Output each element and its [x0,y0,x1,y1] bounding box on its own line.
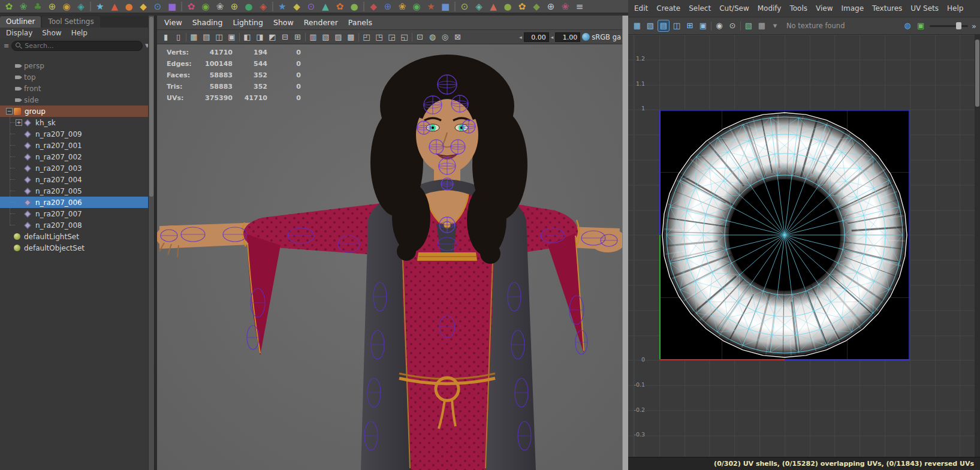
exposure-field[interactable]: 0.00 [524,32,549,42]
shelf-icon[interactable] [454,2,456,11]
slider-thumb[interactable] [956,22,961,29]
outliner-menu-item[interactable]: Show [42,29,61,37]
uv-menu-item[interactable]: Textures [872,4,902,13]
expand-toggle[interactable] [6,94,14,106]
shelf-icon[interactable]: ● [242,0,256,13]
expand-toggle[interactable] [16,208,23,219]
outliner-item[interactable]: persp [0,60,148,71]
shelf-icon[interactable]: ✿ [2,0,16,13]
outliner-item[interactable]: n_ra207_003 [0,162,148,174]
outliner-tab[interactable]: Tool Settings [42,16,99,28]
panel-toolbar-icon[interactable]: ◎ [440,32,450,41]
shelf-icon[interactable]: ● [500,0,515,13]
uv-toolbar-icon[interactable]: ◍ [902,20,913,31]
uv-menu-item[interactable]: Select [689,4,711,13]
outliner-scrollbar-thumb[interactable] [149,17,153,197]
outliner-item[interactable]: n_ra207_009 [0,128,148,140]
outliner-item[interactable]: group [0,106,148,117]
panel-toolbar-icon[interactable]: ▥ [308,32,318,41]
panel-toolbar-icon[interactable] [412,33,412,41]
expand-toggle[interactable] [16,162,23,174]
uv-menu-item[interactable]: Image [842,4,864,13]
uv-toolbar-icon[interactable]: ◫ [671,20,682,31]
shelf-icon[interactable]: ◆ [529,0,544,13]
panel-toolbar-icon[interactable] [305,33,306,41]
shelf-icon[interactable]: ≡ [572,0,587,13]
panel-toolbar-icon[interactable]: ▨ [333,32,343,41]
shelf-icon[interactable]: ◈ [74,0,88,13]
gamma-stepper-icon[interactable]: ◂ [551,34,554,40]
outliner-menu-item[interactable]: Display [6,29,32,37]
outliner-scrollbar[interactable] [148,16,154,470]
character-model[interactable] [157,45,622,470]
panel-toolbar-icon[interactable]: ◳ [374,32,384,41]
texture-dim-slider[interactable] [930,22,968,30]
shelf-icon[interactable]: ⊕ [45,0,59,13]
panel-toolbar-icon[interactable]: ◩ [267,32,278,41]
uv-scrollbar[interactable] [975,35,980,457]
shelf-icon[interactable]: ❀ [16,0,31,13]
shelf-icon[interactable]: ✿ [333,0,347,13]
viewport-canvas[interactable]: Verts: 41710 194 0 Edges: 100148 544 0 F… [157,45,622,470]
toolbar-overflow-chevrons-icon[interactable]: » [972,22,976,31]
panel-toolbar-icon[interactable]: ▩ [346,32,356,41]
outliner-item[interactable]: n_ra207_001 [0,140,148,151]
expand-toggle[interactable] [16,185,23,197]
uv-menu-item[interactable]: Cut/Sew [719,4,749,13]
panel-toolbar-icon[interactable] [186,33,186,41]
uv-toolbar-icon[interactable]: ▧ [645,20,656,31]
shelf-icon[interactable]: ❀ [558,0,572,13]
color-management-icon[interactable] [582,33,590,41]
uv-editor-canvas[interactable]: 1.2 1.1 1 0 -0.1 -0.2 -0.3 [628,35,980,457]
panel-toolbar-icon[interactable]: ⊡ [415,32,425,41]
expand-toggle[interactable] [6,71,14,83]
outliner-item[interactable]: front [0,83,148,94]
uv-toolbar-icon[interactable]: ▧ [743,20,754,31]
uv-menu-item[interactable]: Modify [758,4,782,13]
outliner-item[interactable]: n_ra207_002 [0,151,148,162]
perspective-viewport[interactable]: ViewShadingLightingShowRendererPanels ▮ … [157,16,622,470]
uv-scrollbar-thumb[interactable] [975,40,979,107]
uv-menu-item[interactable]: Help [947,4,963,13]
shelf-icon[interactable]: ♣ [31,0,45,13]
outliner-item[interactable]: kh_sk [0,117,148,128]
outliner-tab[interactable]: Outliner [0,16,41,28]
viewport-menu-item[interactable]: Panels [348,18,372,27]
outliner-item[interactable]: defaultObjectSet [0,242,148,254]
panel-toolbar-icon[interactable]: ◲ [387,32,397,41]
shelf-icon[interactable]: ⊙ [304,0,318,13]
panel-toolbar-icon[interactable]: ◫ [214,32,224,41]
shelf-icon[interactable]: ⊕ [227,0,242,13]
uv-menu-item[interactable]: Edit [634,4,648,13]
panel-toolbar-icon[interactable]: ◰ [361,32,372,41]
panel-toolbar-icon[interactable]: ◍ [427,32,438,41]
uv-menu-item[interactable]: View [816,4,833,13]
shelf-icon[interactable] [90,2,91,11]
uv-toolbar-icon[interactable]: ▣ [915,20,926,31]
expand-toggle[interactable] [16,117,23,128]
shelf-icon[interactable]: ● [347,0,361,13]
shelf-icon[interactable]: ⊙ [457,0,472,13]
uv-toolbar-icon[interactable]: ▦ [632,20,643,31]
outliner-item[interactable]: n_ra207_006 [0,197,148,208]
viewport-menu-item[interactable]: Renderer [304,18,338,27]
uv-toolbar-icon[interactable]: ⊞ [685,20,695,31]
outliner-item[interactable]: top [0,71,148,83]
shelf-icon[interactable]: ■ [438,0,453,13]
shelf-icon[interactable]: ▲ [318,0,333,13]
exposure-stepper-icon[interactable]: ◂ [519,34,522,40]
shelf-icon[interactable]: ◉ [59,0,74,13]
shelf-icon[interactable]: ◆ [290,0,304,13]
shelf-icon[interactable]: ■ [165,0,179,13]
panel-toolbar-icon[interactable]: ⊞ [293,32,303,41]
expand-toggle[interactable] [16,174,23,185]
shelf-icon[interactable]: ◈ [472,0,486,13]
panel-toolbar-icon[interactable]: ⊠ [453,32,463,41]
outliner-item[interactable]: n_ra207_005 [0,185,148,197]
shelf-icon[interactable]: ★ [93,0,107,13]
expand-toggle[interactable] [16,197,23,208]
shelf-icon[interactable]: ❀ [395,0,409,13]
shelf-icon[interactable] [363,2,364,11]
panel-toolbar-icon[interactable] [239,33,240,41]
outliner-item[interactable]: defaultLightSet [0,231,148,242]
